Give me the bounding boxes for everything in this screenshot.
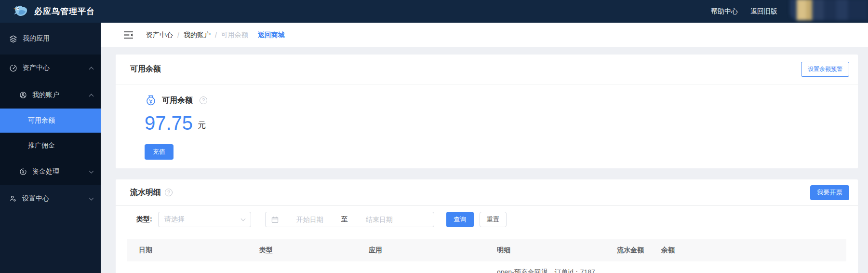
app-title: 必应鸟管理平台 bbox=[34, 6, 95, 17]
column-header-balance: 余额 bbox=[650, 239, 846, 261]
balance-card-body: 可用余额 ? 97.75 元 充值 bbox=[116, 84, 858, 168]
date-range-to-label: 至 bbox=[341, 215, 348, 224]
breadcrumb-bar: 资产中心 / 我的账户 / 可用余额 返回商城 bbox=[101, 23, 868, 47]
sidebar-item-label: 可用余额 bbox=[28, 116, 55, 125]
user-account-redacted[interactable] bbox=[790, 0, 868, 20]
help-question-icon[interactable]: ? bbox=[165, 189, 173, 196]
end-date-input[interactable] bbox=[348, 216, 411, 223]
gauge-icon bbox=[9, 64, 17, 72]
column-header-app: 应用 bbox=[357, 239, 485, 261]
sidebar-item-my-apps[interactable]: 我的应用 bbox=[0, 23, 101, 55]
reset-button[interactable]: 重置 bbox=[480, 212, 507, 227]
balance-card-header: 可用余额 设置余额预警 bbox=[116, 55, 858, 84]
breadcrumb-separator: / bbox=[215, 31, 217, 39]
type-select[interactable]: 请选择 bbox=[158, 212, 251, 227]
top-header: 必应鸟管理平台 帮助中心 返回旧版 bbox=[0, 0, 868, 23]
cell-type bbox=[248, 261, 357, 273]
sidebar-item-label: 推广佣金 bbox=[28, 141, 55, 150]
type-select-placeholder: 请选择 bbox=[164, 215, 241, 224]
breadcrumb-item[interactable]: 我的账户 bbox=[184, 31, 211, 40]
transactions-table: 日期 类型 应用 明细 流水金额 余额 bbox=[127, 239, 846, 273]
chevron-up-icon bbox=[89, 67, 94, 72]
help-center-link[interactable]: 帮助中心 bbox=[711, 7, 738, 16]
sidebar-item-my-account[interactable]: 我的账户 bbox=[0, 82, 101, 109]
sidebar-item-label: 资金处理 bbox=[32, 167, 59, 176]
sidebar-item-label: 我的应用 bbox=[23, 34, 50, 43]
chevron-down-icon bbox=[89, 196, 94, 201]
layers-icon bbox=[9, 35, 17, 43]
column-header-detail: 明细 bbox=[485, 239, 605, 261]
date-range-picker[interactable]: 至 bbox=[265, 212, 434, 227]
yen-circle-icon bbox=[19, 168, 27, 176]
sidebar-item-settings-center[interactable]: 设置中心 bbox=[0, 185, 101, 212]
cell-date bbox=[127, 261, 248, 273]
recharge-button[interactable]: 充值 bbox=[145, 144, 174, 160]
sidebar-fold-icon[interactable] bbox=[124, 31, 133, 39]
main-area: 资产中心 / 我的账户 / 可用余额 返回商城 可用余额 设置余额预警 bbox=[101, 23, 868, 273]
cell-amount bbox=[605, 261, 650, 273]
breadcrumb-separator: / bbox=[177, 31, 179, 39]
sidebar-item-label: 设置中心 bbox=[22, 194, 49, 203]
table-row: open-预充金回退，订单id：7187 bbox=[127, 261, 846, 273]
start-date-input[interactable] bbox=[279, 216, 341, 223]
cell-detail: open-预充金回退，订单id：7187 bbox=[485, 261, 605, 273]
chevron-down-icon bbox=[240, 217, 245, 221]
table-header-row: 日期 类型 应用 明细 流水金额 余额 bbox=[127, 239, 846, 261]
calendar-icon bbox=[271, 216, 279, 223]
transactions-card: 流水明细 ? 我要开票 类型: 请选择 bbox=[116, 179, 858, 273]
sidebar-item-label: 我的账户 bbox=[32, 91, 59, 99]
type-filter-label: 类型: bbox=[136, 215, 152, 224]
transactions-card-title: 流水明细 bbox=[130, 188, 161, 198]
breadcrumb: 资产中心 / 我的账户 / 可用余额 bbox=[146, 31, 248, 40]
brand: 必应鸟管理平台 bbox=[0, 4, 95, 19]
sidebar-group-assets: 资产中心 我的账户 可用余额 推广佣金 bbox=[0, 55, 101, 185]
request-invoice-button[interactable]: 我要开票 bbox=[810, 185, 849, 200]
back-to-mall-link[interactable]: 返回商城 bbox=[258, 31, 285, 40]
balance-label: 可用余额 bbox=[162, 96, 193, 106]
transactions-card-header: 流水明细 ? 我要开票 bbox=[116, 179, 858, 206]
chevron-up-icon bbox=[89, 94, 94, 99]
column-header-amount: 流水金额 bbox=[605, 239, 650, 261]
sidebar: 我的应用 资产中心 bbox=[0, 23, 101, 273]
back-old-version-link[interactable]: 返回旧版 bbox=[750, 7, 777, 16]
column-header-date: 日期 bbox=[127, 239, 248, 261]
sidebar-item-label: 资产中心 bbox=[23, 64, 50, 72]
column-header-type: 类型 bbox=[248, 239, 357, 261]
balance-unit: 元 bbox=[198, 120, 206, 133]
filter-row: 类型: 请选择 至 bbox=[136, 212, 858, 227]
balance-card-title: 可用余额 bbox=[130, 64, 161, 74]
sidebar-item-available-balance[interactable]: 可用余额 bbox=[0, 109, 101, 133]
balance-amount: 97.75 bbox=[145, 113, 193, 133]
sidebar-item-promotion-commission[interactable]: 推广佣金 bbox=[0, 133, 101, 158]
sidebar-item-fund-processing[interactable]: 资金处理 bbox=[0, 158, 101, 185]
top-right-area: 帮助中心 返回旧版 bbox=[711, 0, 868, 23]
chevron-down-icon bbox=[89, 169, 94, 174]
sidebar-item-asset-center[interactable]: 资产中心 bbox=[0, 55, 101, 82]
set-balance-alert-button[interactable]: 设置余额预警 bbox=[801, 62, 849, 77]
balance-card: 可用余额 设置余额预警 可用余额 bbox=[116, 55, 858, 168]
breadcrumb-item[interactable]: 资产中心 bbox=[146, 31, 173, 40]
help-question-icon[interactable]: ? bbox=[200, 96, 207, 104]
logo-bird-icon bbox=[13, 4, 29, 19]
app-window: 必应鸟管理平台 帮助中心 返回旧版 我的应用 bbox=[0, 0, 868, 273]
cell-app bbox=[357, 261, 485, 273]
content-area: 可用余额 设置余额预警 可用余额 bbox=[101, 47, 868, 273]
user-circle-icon bbox=[19, 91, 27, 99]
breadcrumb-item-current: 可用余额 bbox=[221, 31, 248, 40]
money-bag-icon bbox=[145, 94, 157, 107]
search-button[interactable]: 查询 bbox=[446, 212, 474, 227]
user-gear-icon bbox=[9, 195, 17, 203]
cell-balance bbox=[650, 261, 846, 273]
